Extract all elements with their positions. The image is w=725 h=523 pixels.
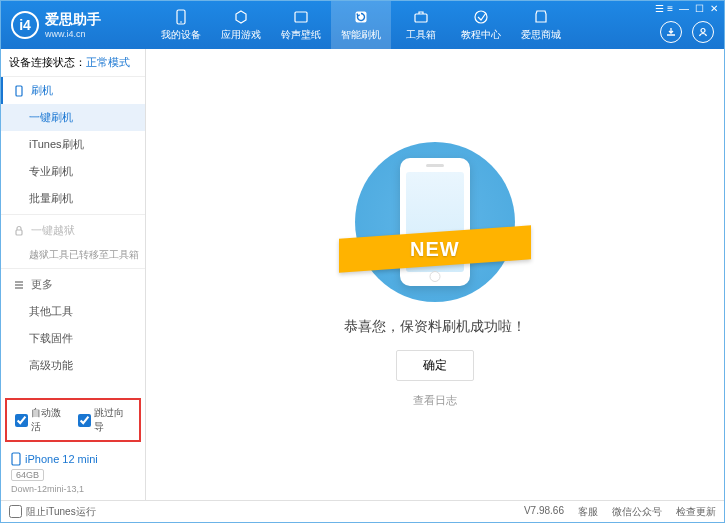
- app-url: www.i4.cn: [45, 29, 101, 39]
- success-message: 恭喜您，保资料刷机成功啦！: [344, 318, 526, 336]
- book-icon: [472, 8, 490, 26]
- checkbox-row: 自动激活 跳过向导: [5, 398, 141, 442]
- svg-point-5: [475, 11, 487, 23]
- svg-rect-9: [12, 453, 20, 465]
- nav-tutorials[interactable]: 教程中心: [451, 1, 511, 49]
- version-label: V7.98.66: [524, 505, 564, 519]
- nav-toolbox[interactable]: 工具箱: [391, 1, 451, 49]
- app-window: i4 爱思助手 www.i4.cn 我的设备 应用游戏 铃声壁纸 智能刷机 工具…: [0, 0, 725, 523]
- jailbreak-note: 越狱工具已转移至工具箱: [1, 244, 145, 266]
- status-value: 正常模式: [86, 56, 130, 68]
- ok-button[interactable]: 确定: [396, 350, 474, 381]
- nav-flash[interactable]: 智能刷机: [331, 1, 391, 49]
- lock-icon: [13, 225, 25, 237]
- maximize-icon[interactable]: ☐: [695, 3, 704, 14]
- sidebar-item-itunes[interactable]: iTunes刷机: [1, 131, 145, 158]
- device-storage: 64GB: [11, 469, 44, 481]
- svg-rect-2: [295, 12, 307, 22]
- chk-auto-activate[interactable]: 自动激活: [15, 406, 68, 434]
- sidebar-item-batch[interactable]: 批量刷机: [1, 185, 145, 212]
- close-icon[interactable]: ✕: [710, 3, 718, 14]
- device-sub: Down-12mini-13,1: [11, 484, 135, 494]
- chk-block-itunes[interactable]: 阻止iTunes运行: [9, 505, 96, 519]
- window-controls: ☰ ≡ — ☐ ✕: [655, 3, 718, 14]
- logo-area: i4 爱思助手 www.i4.cn: [1, 11, 151, 39]
- view-log-link[interactable]: 查看日志: [413, 393, 457, 408]
- toolbox-icon: [412, 8, 430, 26]
- sidebar-item-pro[interactable]: 专业刷机: [1, 158, 145, 185]
- store-icon: [532, 8, 550, 26]
- section-flash[interactable]: 刷机: [1, 77, 145, 104]
- divider: [1, 268, 145, 269]
- menu-icon[interactable]: ☰ ≡: [655, 3, 673, 14]
- nav-apps[interactable]: 应用游戏: [211, 1, 271, 49]
- image-icon: [292, 8, 310, 26]
- phone-icon: [13, 85, 25, 97]
- top-nav: 我的设备 应用游戏 铃声壁纸 智能刷机 工具箱 教程中心 爱思商城: [151, 1, 571, 49]
- connection-status: 设备连接状态：正常模式: [1, 49, 145, 77]
- nav-my-device[interactable]: 我的设备: [151, 1, 211, 49]
- minimize-icon[interactable]: —: [679, 3, 689, 14]
- nav-ringtones[interactable]: 铃声壁纸: [271, 1, 331, 49]
- header: i4 爱思助手 www.i4.cn 我的设备 应用游戏 铃声壁纸 智能刷机 工具…: [1, 1, 724, 49]
- sidebar-item-firmware[interactable]: 下载固件: [1, 325, 145, 352]
- footer: 阻止iTunes运行 V7.98.66 客服 微信公众号 检查更新: [1, 500, 724, 522]
- device-name: iPhone 12 mini: [11, 452, 135, 466]
- sidebar-item-advanced[interactable]: 高级功能: [1, 352, 145, 379]
- wechat-link[interactable]: 微信公众号: [612, 505, 662, 519]
- success-illustration: NEW: [345, 142, 525, 302]
- refresh-icon: [352, 8, 370, 26]
- phone-icon: [11, 452, 21, 466]
- body: 设备连接状态：正常模式 刷机 一键刷机 iTunes刷机 专业刷机 批量刷机 一…: [1, 49, 724, 500]
- chk-skip-guide[interactable]: 跳过向导: [78, 406, 131, 434]
- divider: [1, 214, 145, 215]
- section-more[interactable]: 更多: [1, 271, 145, 298]
- svg-point-1: [180, 21, 182, 23]
- logo-icon: i4: [11, 11, 39, 39]
- support-link[interactable]: 客服: [578, 505, 598, 519]
- svg-rect-7: [16, 86, 22, 96]
- app-name: 爱思助手: [45, 11, 101, 29]
- phone-icon: [172, 8, 190, 26]
- nav-store[interactable]: 爱思商城: [511, 1, 571, 49]
- main-area: NEW 恭喜您，保资料刷机成功啦！ 确定 查看日志: [146, 49, 724, 500]
- download-button[interactable]: [660, 21, 682, 43]
- header-actions: [660, 21, 714, 43]
- check-update-link[interactable]: 检查更新: [676, 505, 716, 519]
- sidebar-item-oneclick[interactable]: 一键刷机: [1, 104, 145, 131]
- section-jailbreak[interactable]: 一键越狱: [1, 217, 145, 244]
- svg-rect-8: [16, 230, 22, 235]
- svg-rect-4: [415, 14, 427, 22]
- device-info[interactable]: iPhone 12 mini 64GB Down-12mini-13,1: [1, 446, 145, 500]
- sidebar: 设备连接状态：正常模式 刷机 一键刷机 iTunes刷机 专业刷机 批量刷机 一…: [1, 49, 146, 500]
- svg-point-6: [701, 29, 705, 33]
- sidebar-item-other[interactable]: 其他工具: [1, 298, 145, 325]
- menu-icon: [13, 279, 25, 291]
- apps-icon: [232, 8, 250, 26]
- user-button[interactable]: [692, 21, 714, 43]
